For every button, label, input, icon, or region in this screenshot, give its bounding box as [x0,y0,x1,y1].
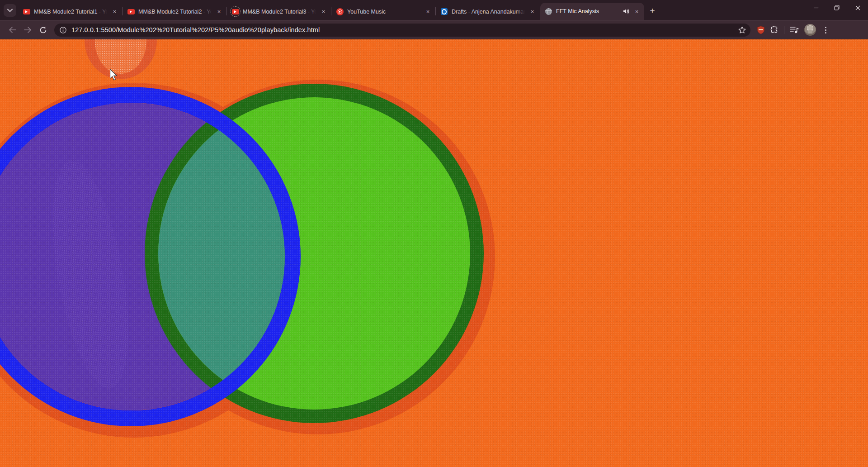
restore-icon [834,5,840,10]
close-tab-icon[interactable]: × [320,8,327,15]
loading-ring-icon [230,6,241,17]
info-icon [60,27,66,33]
tab-fft-mic-analysis-active[interactable]: FFT Mic Analysis × [540,3,644,20]
adblock-extension-icon[interactable] [757,26,765,34]
close-tab-icon[interactable]: × [111,8,118,15]
site-info-button[interactable] [58,25,68,35]
close-tab-icon[interactable]: × [424,8,432,15]
tab-mmb-tutorial1[interactable]: MM&B Module2 Tutorial1 - You × [18,3,122,20]
globe-icon [545,8,552,15]
close-tab-icon[interactable]: × [215,8,223,15]
youtube-icon [127,8,135,15]
youtube-loading-icon [231,8,239,15]
tab-youtube-music[interactable]: YouTube Music × [331,3,435,20]
tab-search-button[interactable] [4,4,16,17]
browser-menu-button[interactable] [821,27,830,33]
restore-button[interactable] [826,0,847,15]
new-tab-button[interactable]: + [646,5,659,17]
tab-mmb-tutorial2[interactable]: MM&B Module2 Tutorial2 - Yo × [123,3,226,20]
browser-window: MM&B Module2 Tutorial1 - You × MM&B Modu… [0,0,868,467]
outlook-icon [440,8,448,15]
browser-toolbar: 127.0.0.1:5500/Module%202%20Tutorial%202… [0,20,868,39]
tab-title: Drafts - Anjena Anandakumar - [452,8,525,15]
close-tab-icon[interactable]: × [633,8,641,15]
chevron-down-icon [7,9,13,12]
tab-title: MM&B Module2 Tutorial2 - Yo [138,8,212,15]
close-icon [855,5,860,10]
window-controls [806,0,868,15]
close-tab-icon[interactable]: × [528,8,536,15]
profile-avatar[interactable] [804,24,816,36]
minimize-button[interactable] [806,0,826,15]
page-content-fft-mic-analysis[interactable] [0,39,868,467]
tab-title: YouTube Music [347,8,420,15]
forward-button[interactable] [21,23,34,37]
forward-arrow-icon [24,27,32,33]
youtube-icon [23,8,30,15]
address-bar[interactable]: 127.0.0.1:5500/Module%202%20Tutorial%202… [54,24,750,37]
tab-title: MM&B Module2 Tutorial3 - Yo [243,8,316,15]
youtube-music-icon [336,8,344,15]
reload-button[interactable] [36,23,50,37]
media-controls-icon[interactable] [790,26,799,33]
audio-playing-icon[interactable] [623,9,629,14]
bookmark-star-icon[interactable] [738,26,746,34]
tab-drafts-outlook[interactable]: Drafts - Anjena Anandakumar - × [436,3,540,20]
url-text[interactable]: 127.0.0.1:5500/Module%202%20Tutorial%202… [71,26,735,33]
tab-mmb-tutorial3[interactable]: MM&B Module2 Tutorial3 - Yo × [227,3,331,20]
p5-canvas[interactable] [0,39,868,467]
tab-strip: MM&B Module2 Tutorial1 - You × MM&B Modu… [0,0,868,20]
reload-icon [39,26,47,34]
toolbar-right-icons [757,24,830,36]
close-window-button[interactable] [847,0,868,15]
back-button[interactable] [5,23,19,37]
back-arrow-icon [9,27,16,33]
minimize-icon [814,5,819,10]
tab-title: MM&B Module2 Tutorial1 - You [34,8,107,15]
extensions-puzzle-icon[interactable] [770,26,778,34]
toolbar-divider [784,26,784,34]
tabs-container: MM&B Module2 Tutorial1 - You × MM&B Modu… [18,0,644,20]
tab-title: FFT Mic Analysis [556,8,619,15]
